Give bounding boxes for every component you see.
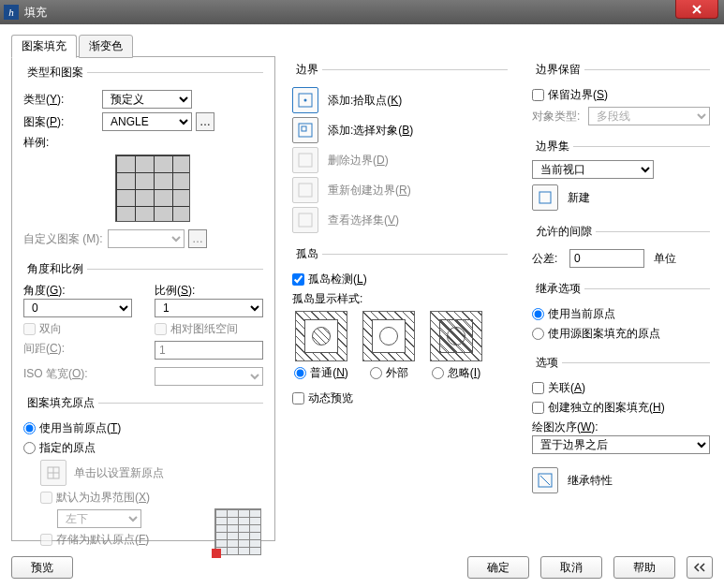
tol-input[interactable] (569, 249, 644, 268)
svg-rect-8 (539, 192, 551, 203)
store-default-checkbox (40, 534, 52, 546)
inherit-source-radio[interactable] (532, 328, 544, 340)
tab-gradient[interactable]: 渐变色 (79, 35, 133, 58)
tab-pattern-label: 图案填充 (22, 39, 66, 52)
gap-legend: 允许的间隙 (532, 224, 596, 240)
assoc-label: 关联(A) (548, 380, 585, 396)
inherit-props-button[interactable] (532, 467, 558, 493)
tol-unit: 单位 (654, 251, 676, 267)
angle-select[interactable]: 0 (23, 299, 132, 317)
collapse-button[interactable] (687, 556, 713, 579)
preview-button[interactable]: 预览 (11, 556, 73, 579)
draworder-label: 绘图次序(W): (532, 419, 710, 435)
island-normal-option[interactable]: 普通(N) (294, 366, 348, 379)
angle-label: 角度(G): (23, 283, 132, 299)
set-origin-button (40, 460, 66, 486)
inherit-props-icon (537, 472, 554, 489)
origin-current-label: 使用当前原点(T) (39, 420, 121, 436)
bidir-label: 双向 (39, 321, 62, 337)
bset-new-label: 新建 (568, 190, 590, 206)
objtype-label: 对象类型: (532, 109, 588, 125)
tol-label: 公差: (532, 251, 569, 267)
pattern-sample (115, 154, 190, 222)
type-label: 类型(Y): (23, 92, 102, 108)
help-button[interactable]: 帮助 (613, 556, 675, 579)
iso-label: ISO 笔宽(O): (23, 366, 102, 382)
app-icon: h (4, 5, 19, 20)
sep-label: 创建独立的图案填充(H) (548, 400, 665, 416)
scale-label: 比例(S): (155, 283, 263, 299)
origin-specify-label: 指定的原点 (39, 440, 96, 456)
island-normal-radio[interactable] (294, 367, 306, 379)
pick-points-button[interactable] (292, 87, 318, 113)
view-selection-label: 查看选择集(V) (328, 213, 399, 228)
bset-select[interactable]: 当前视口 (532, 160, 654, 179)
pattern-select[interactable]: ANGLE (102, 112, 192, 131)
bset-legend: 边界集 (532, 139, 573, 154)
dynamic-preview-checkbox[interactable] (292, 392, 304, 404)
origin-preview (214, 508, 261, 555)
type-group-legend: 类型和图案 (23, 65, 87, 81)
select-objects-icon (297, 122, 314, 139)
store-default-label: 存储为默认原点(F) (56, 532, 149, 548)
pick-points-label: 添加:拾取点(K) (328, 93, 402, 109)
retain-legend: 边界保留 (532, 62, 584, 78)
svg-rect-7 (299, 213, 312, 227)
sep-checkbox[interactable] (532, 402, 544, 414)
tab-pattern-fill[interactable]: 图案填充 (11, 35, 77, 58)
close-button[interactable] (675, 0, 718, 19)
remove-boundary-label: 删除边界(D) (328, 153, 389, 169)
pattern-label: 图案(P): (23, 114, 102, 130)
tab-gradient-label: 渐变色 (89, 39, 123, 52)
origin-specify-radio[interactable] (23, 442, 36, 454)
island-outer-radio[interactable] (370, 367, 382, 379)
keep-boundary-label: 保留边界(S) (548, 87, 608, 103)
default-extent-checkbox (40, 492, 52, 504)
paper-checkbox (155, 323, 167, 335)
select-objects-label: 添加:选择对象(B) (328, 123, 413, 139)
window-title: 填充 (24, 5, 47, 21)
inherit-legend: 继承选项 (532, 281, 584, 297)
spacing-label: 间距(C): (23, 341, 102, 357)
pattern-browse-button[interactable]: … (196, 112, 214, 131)
spacing-input (155, 341, 263, 360)
remove-boundary-icon (297, 152, 314, 169)
custom-pattern-browse: … (188, 229, 207, 248)
type-select[interactable]: 预定义 (102, 90, 192, 109)
island-detect-checkbox[interactable] (292, 273, 304, 286)
custom-pattern-select (108, 229, 185, 248)
recreate-boundary-button (292, 177, 318, 203)
keep-boundary-checkbox[interactable] (532, 89, 544, 101)
svg-rect-4 (302, 126, 306, 131)
island-ignore-radio[interactable] (432, 367, 444, 379)
bset-new-button[interactable] (532, 184, 558, 211)
svg-rect-6 (299, 184, 312, 197)
island-outer-option[interactable]: 外部 (370, 366, 408, 379)
select-objects-button[interactable] (292, 117, 318, 143)
bidir-checkbox (23, 323, 36, 335)
view-selection-icon (297, 212, 314, 228)
draworder-select[interactable]: 置于边界之后 (532, 435, 710, 454)
island-legend: 孤岛 (292, 246, 322, 262)
inherit-source-label: 使用源图案填充的原点 (548, 326, 660, 342)
svg-rect-5 (299, 154, 312, 167)
dynamic-preview-label: 动态预览 (308, 390, 353, 406)
new-icon (538, 190, 553, 205)
origin-current-radio[interactable] (23, 422, 36, 434)
scale-select[interactable]: 1 (155, 299, 263, 317)
pick-points-icon (297, 92, 314, 109)
svg-rect-3 (299, 124, 312, 137)
objtype-select: 多段线 (588, 107, 710, 125)
corner-select: 左下 (57, 509, 141, 528)
crosshair-icon (47, 466, 60, 479)
island-ignore-option[interactable]: 忽略(I) (432, 366, 480, 379)
inherit-current-radio[interactable] (532, 308, 544, 320)
boundary-legend: 边界 (292, 62, 322, 78)
paper-label: 相对图纸空间 (170, 321, 238, 337)
chevron-left-double-icon (693, 563, 706, 572)
ok-button[interactable]: 确定 (467, 556, 529, 579)
assoc-checkbox[interactable] (532, 382, 544, 394)
iso-select (155, 367, 263, 386)
view-selection-button (292, 207, 318, 233)
cancel-button[interactable]: 取消 (540, 556, 602, 579)
